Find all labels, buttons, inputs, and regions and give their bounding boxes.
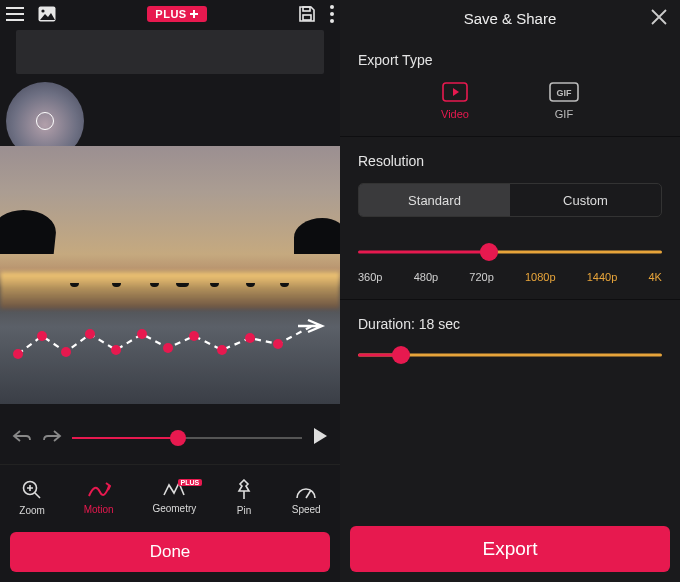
res-label: 1440p: [587, 271, 618, 283]
svg-text:GIF: GIF: [556, 88, 572, 98]
save-icon[interactable]: [298, 5, 316, 23]
panel-title: Save & Share: [464, 10, 557, 27]
motion-path: [8, 314, 332, 374]
res-label: 4K: [649, 271, 662, 283]
more-icon[interactable]: [330, 5, 334, 23]
segment-custom[interactable]: Custom: [510, 184, 661, 216]
export-type-video[interactable]: Video: [441, 82, 469, 120]
tab-label: Motion: [84, 504, 114, 515]
menu-icon[interactable]: [6, 7, 24, 21]
tab-zoom[interactable]: Zoom: [19, 479, 45, 516]
res-label: 1080p: [525, 271, 556, 283]
playback-row: [0, 418, 340, 458]
resolution-segments[interactable]: Standard Custom: [358, 183, 662, 217]
timeline-slider[interactable]: [72, 426, 302, 450]
tab-label: Geometry: [152, 503, 196, 514]
tab-motion[interactable]: Motion: [84, 480, 114, 515]
svg-point-4: [330, 5, 334, 9]
svg-point-9: [61, 347, 71, 357]
export-button[interactable]: Export: [350, 526, 670, 572]
top-bar: PLUS: [0, 0, 340, 26]
segment-standard[interactable]: Standard: [359, 184, 510, 216]
section-title: Duration: 18 sec: [358, 316, 662, 332]
tab-geometry[interactable]: PLUS Geometry: [152, 481, 196, 514]
done-button[interactable]: Done: [10, 532, 330, 572]
res-label: 480p: [414, 271, 438, 283]
export-type-section: Export Type Video GIF GIF: [340, 36, 680, 137]
play-icon[interactable]: [312, 427, 328, 449]
svg-point-13: [163, 343, 173, 353]
close-icon[interactable]: [650, 8, 668, 29]
tab-label: Speed: [292, 504, 321, 515]
svg-point-15: [217, 345, 227, 355]
svg-rect-2: [303, 7, 310, 11]
svg-point-16: [245, 333, 255, 343]
svg-point-17: [273, 339, 283, 349]
svg-point-5: [330, 12, 334, 16]
export-type-gif[interactable]: GIF GIF: [549, 82, 579, 120]
toolbar-strip: [16, 30, 324, 74]
tab-label: Pin: [237, 505, 251, 516]
tool-tabs: Zoom Motion PLUS Geometry Pin Speed: [0, 464, 340, 530]
svg-point-1: [41, 9, 44, 12]
svg-point-12: [137, 329, 147, 339]
duration-section: Duration: 18 sec: [340, 300, 680, 380]
svg-point-8: [37, 331, 47, 341]
tab-pin[interactable]: Pin: [235, 479, 253, 516]
tab-label: Zoom: [19, 505, 45, 516]
save-share-panel: Save & Share Export Type Video GIF GIF R…: [340, 0, 680, 582]
type-label: Video: [441, 108, 469, 120]
plus-badge[interactable]: PLUS: [147, 6, 206, 22]
undo-icon[interactable]: [12, 428, 32, 448]
svg-point-14: [189, 331, 199, 341]
svg-point-6: [330, 19, 334, 23]
svg-rect-3: [303, 15, 311, 20]
svg-point-7: [13, 349, 23, 359]
panel-header: Save & Share: [340, 0, 680, 36]
redo-icon[interactable]: [42, 428, 62, 448]
section-title: Resolution: [358, 153, 662, 169]
tab-speed[interactable]: Speed: [292, 480, 321, 515]
type-label: GIF: [555, 108, 573, 120]
preview-canvas[interactable]: [0, 146, 340, 404]
res-label: 720p: [469, 271, 493, 283]
resolution-labels: 360p 480p 720p 1080p 1440p 4K: [358, 271, 662, 283]
plus-badge-label: PLUS: [155, 8, 186, 20]
svg-point-10: [85, 329, 95, 339]
duration-slider[interactable]: [358, 346, 662, 364]
svg-point-11: [111, 345, 121, 355]
premium-badge: PLUS: [178, 479, 203, 486]
resolution-section: Resolution Standard Custom 360p 480p 720…: [340, 137, 680, 300]
image-icon[interactable]: [38, 6, 56, 22]
res-label: 360p: [358, 271, 382, 283]
editor-pane: PLUS: [0, 0, 340, 582]
resolution-slider[interactable]: [358, 243, 662, 261]
section-title: Export Type: [358, 52, 662, 68]
